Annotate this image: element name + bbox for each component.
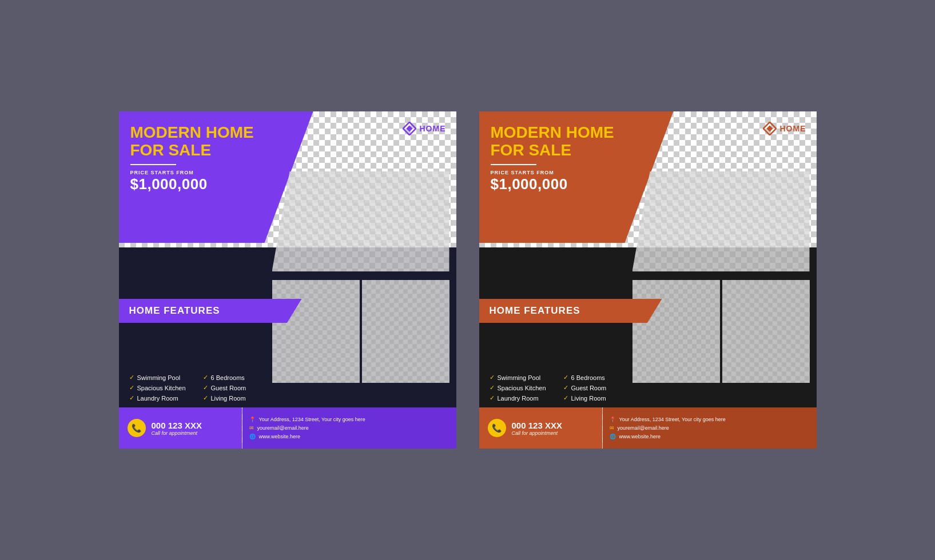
email-item-red: ✉ youremail@email.here — [610, 425, 810, 431]
features-title-purple: HOME FEATURES — [129, 305, 220, 317]
email-icon-purple: ✉ — [249, 425, 254, 431]
logo-red: HOME — [763, 122, 806, 135]
email-text-purple: youremail@email.here — [257, 425, 309, 431]
feature-bedrooms-red: ✓ 6 Bedrooms — [563, 374, 620, 381]
feature-bedrooms-purple: ✓ 6 Bedrooms — [203, 374, 260, 381]
check-icon-3-purple: ✓ — [129, 384, 134, 391]
check-icon-6-red: ✓ — [563, 394, 568, 402]
feature-text-1-purple: Swimming Pool — [137, 374, 181, 381]
headline-yellow-purple: FOR SALE — [130, 141, 212, 159]
address-item-purple: 📍 Your Address, 1234 Street, Your city g… — [249, 417, 449, 422]
address-icon-red: 📍 — [610, 417, 616, 422]
address-icon-purple: 📍 — [249, 417, 256, 422]
check-icon-1-purple: ✓ — [129, 374, 134, 381]
feature-guest-red: ✓ Guest Room — [563, 384, 620, 391]
card-red: HOME MODERN HOME FOR SALE PRICE STARTS F… — [479, 111, 817, 449]
feature-text-5-purple: Laundry Room — [137, 395, 178, 402]
photos-bottom-red — [632, 280, 810, 383]
check-icon-2-red: ✓ — [563, 374, 568, 381]
photo-sm-left-purple — [272, 280, 360, 383]
feature-text-4-red: Guest Room — [571, 385, 607, 391]
cards-container: HOME MODERN HOME FOR SALE PRICE STARTS F… — [119, 111, 817, 449]
footer-phone-text-red: 000 123 XXX Call for appointment — [512, 421, 562, 436]
website-text-purple: www.website.here — [259, 434, 301, 439]
website-item-red: 🌐 www.website.here — [610, 434, 810, 439]
footer-purple: 📞 000 123 XXX Call for appointment 📍 You… — [119, 407, 456, 449]
phone-sub-red: Call for appointment — [512, 430, 562, 436]
photo-sm-right-purple — [362, 280, 449, 383]
feature-text-2-red: 6 Bedrooms — [571, 374, 605, 381]
features-list-purple: ✓ Swimming Pool ✓ 6 Bedrooms ✓ Spacious … — [129, 374, 260, 402]
web-icon-purple: 🌐 — [249, 434, 256, 439]
check-icon-4-red: ✓ — [563, 384, 568, 391]
features-banner-purple: HOME FEATURES — [119, 299, 302, 323]
check-icon-2-purple: ✓ — [203, 374, 208, 381]
feature-text-3-red: Spacious Kitchen — [498, 385, 546, 391]
check-icon-5-purple: ✓ — [129, 394, 134, 402]
svg-rect-1 — [406, 125, 412, 131]
phone-sub-purple: Call for appointment — [152, 430, 202, 436]
website-item-purple: 🌐 www.website.here — [249, 434, 449, 439]
footer-right-red: 📍 Your Address, 1234 Street, Your city g… — [603, 407, 817, 449]
address-item-red: 📍 Your Address, 1234 Street, Your city g… — [610, 417, 810, 422]
logo-text-red: HOME — [780, 124, 806, 133]
photo-sm-left-red — [632, 280, 720, 383]
photo-sm-right-red — [722, 280, 810, 383]
logo-diamond-icon — [403, 122, 416, 135]
headline-white-purple: MODERN HOME — [130, 123, 254, 141]
email-icon-red: ✉ — [610, 425, 614, 431]
feature-text-6-red: Living Room — [571, 395, 606, 402]
card-purple: HOME MODERN HOME FOR SALE PRICE STARTS F… — [119, 111, 456, 449]
check-icon-6-purple: ✓ — [203, 394, 208, 402]
footer-left-purple: 📞 000 123 XXX Call for appointment — [119, 407, 242, 449]
web-icon-red: 🌐 — [610, 434, 616, 439]
website-text-red: www.website.here — [619, 434, 661, 439]
check-icon-5-red: ✓ — [490, 394, 495, 402]
logo-purple: HOME — [403, 122, 446, 135]
check-icon-3-red: ✓ — [490, 384, 495, 391]
phone-number-red: 000 123 XXX — [512, 421, 562, 430]
footer-left-red: 📞 000 123 XXX Call for appointment — [479, 407, 602, 449]
logo-diamond-icon-red — [763, 122, 777, 135]
email-item-purple: ✉ youremail@email.here — [249, 425, 449, 431]
feature-text-6-purple: Living Room — [211, 395, 246, 402]
feature-text-4-purple: Guest Room — [211, 385, 246, 391]
svg-rect-3 — [766, 125, 773, 131]
feature-swimming-pool-purple: ✓ Swimming Pool — [129, 374, 186, 381]
photo-large-purple — [272, 171, 449, 271]
headline-purple: MODERN HOME FOR SALE — [130, 124, 445, 159]
headline-underline-purple — [130, 164, 176, 165]
feature-text-5-red: Laundry Room — [498, 395, 539, 402]
check-icon-1-red: ✓ — [490, 374, 495, 381]
phone-number-purple: 000 123 XXX — [152, 421, 202, 430]
feature-laundry-red: ✓ Laundry Room — [490, 394, 546, 402]
feature-living-red: ✓ Living Room — [563, 394, 620, 402]
footer-right-purple: 📍 Your Address, 1234 Street, Your city g… — [242, 407, 456, 449]
feature-laundry-purple: ✓ Laundry Room — [129, 394, 186, 402]
address-text-purple: Your Address, 1234 Street, Your city goe… — [259, 417, 365, 422]
features-banner-red: HOME FEATURES — [479, 299, 662, 323]
feature-guest-purple: ✓ Guest Room — [203, 384, 260, 391]
feature-text-2-purple: 6 Bedrooms — [211, 374, 245, 381]
email-text-red: youremail@email.here — [618, 425, 669, 431]
footer-phone-text-purple: 000 123 XXX Call for appointment — [152, 421, 202, 436]
phone-icon-red: 📞 — [488, 419, 506, 437]
headline-red: MODERN HOME FOR SALE — [491, 124, 805, 159]
feature-text-3-purple: Spacious Kitchen — [137, 385, 186, 391]
check-icon-4-purple: ✓ — [203, 384, 208, 391]
features-list-red: ✓ Swimming Pool ✓ 6 Bedrooms ✓ Spacious … — [490, 374, 620, 402]
footer-red: 📞 000 123 XXX Call for appointment 📍 You… — [479, 407, 817, 449]
feature-kitchen-purple: ✓ Spacious Kitchen — [129, 384, 186, 391]
address-text-red: Your Address, 1234 Street, Your city goe… — [619, 417, 726, 422]
feature-swimming-pool-red: ✓ Swimming Pool — [490, 374, 546, 381]
feature-kitchen-red: ✓ Spacious Kitchen — [490, 384, 546, 391]
feature-text-1-red: Swimming Pool — [498, 374, 541, 381]
features-title-red: HOME FEATURES — [490, 305, 580, 317]
logo-text-purple: HOME — [420, 124, 446, 133]
feature-living-purple: ✓ Living Room — [203, 394, 260, 402]
headline-white-red: MODERN HOME — [491, 123, 614, 141]
headline-yellow-red: FOR SALE — [491, 141, 572, 159]
phone-icon-purple: 📞 — [128, 419, 146, 437]
photo-large-red — [632, 171, 810, 271]
headline-underline-red — [491, 164, 536, 165]
